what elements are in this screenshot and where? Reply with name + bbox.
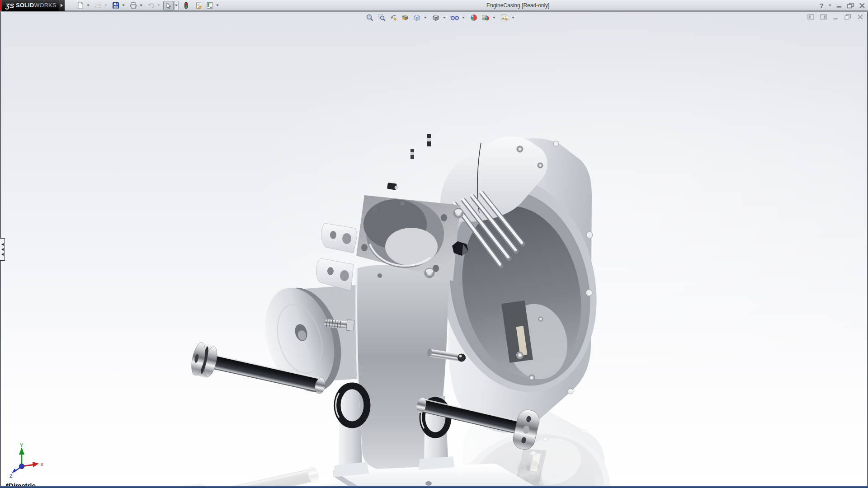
select-arrow-icon: [165, 2, 172, 9]
view-orientation-icon: [413, 14, 421, 22]
save-button[interactable]: [110, 1, 121, 10]
undo-button[interactable]: [146, 1, 156, 10]
apply-scene-icon: [481, 14, 490, 22]
featuremanager-flyout-tab[interactable]: [0, 238, 5, 261]
display-style-icon: [432, 14, 440, 22]
undo-icon: [147, 2, 155, 9]
solidworks-logo-bold: SOLID: [16, 2, 34, 9]
status-bar-edge: [0, 486, 868, 488]
chevron-right-icon: [61, 4, 63, 7]
select-tool-dropdown[interactable]: [174, 1, 179, 10]
hide-show-items-glasses-icon: [450, 14, 459, 22]
section-view-button[interactable]: [400, 13, 410, 23]
print-icon: [130, 2, 137, 9]
solidworks-logo-mark: ƷS: [5, 2, 14, 9]
view-orientation-dropdown[interactable]: [423, 13, 428, 23]
document-window-controls: [807, 14, 863, 20]
apply-scene-dropdown[interactable]: [492, 13, 496, 23]
heads-up-view-toolbar: [364, 13, 517, 23]
apply-scene-button[interactable]: [480, 13, 491, 23]
open-button[interactable]: [93, 1, 103, 10]
help-dropdown[interactable]: [829, 5, 831, 6]
collapse-arrow-icon: [1, 248, 4, 251]
previous-view-button[interactable]: [388, 13, 398, 23]
doc-close-button[interactable]: [857, 14, 863, 20]
zoom-to-area-icon: [377, 14, 386, 22]
view-settings-button[interactable]: [499, 13, 509, 23]
view-orientation-button[interactable]: [411, 13, 422, 23]
triad-z-label: Z: [9, 473, 13, 478]
minimize-button[interactable]: [836, 3, 842, 8]
toggle-right-pane-icon[interactable]: [820, 14, 827, 20]
open-folder-icon: [94, 2, 102, 9]
open-dropdown[interactable]: [104, 1, 108, 10]
collapse-arrow-icon: [1, 243, 4, 246]
doc-minimize-button[interactable]: [833, 14, 839, 20]
menu-expand-chevron[interactable]: [59, 0, 65, 11]
solidworks-logo[interactable]: ƷS SOLIDWORKS: [2, 0, 59, 11]
doc-restore-button[interactable]: [844, 14, 851, 20]
new-document-icon: [77, 2, 84, 9]
view-settings-icon: [500, 14, 509, 22]
zoom-to-fit-button[interactable]: [364, 13, 375, 23]
titlebar-controls: ?: [820, 0, 865, 11]
save-dropdown[interactable]: [121, 1, 126, 10]
help-icon[interactable]: ?: [820, 2, 824, 9]
options-dropdown[interactable]: [215, 1, 220, 10]
restore-button[interactable]: [847, 3, 854, 9]
hide-show-items-dropdown[interactable]: [461, 13, 466, 23]
view-settings-dropdown[interactable]: [511, 13, 515, 23]
edit-appearance-button[interactable]: [468, 13, 479, 23]
previous-view-icon: [389, 14, 397, 22]
print-button[interactable]: [128, 1, 138, 10]
display-style-dropdown[interactable]: [442, 13, 447, 23]
rebuild-traffic-light-icon: [183, 2, 189, 9]
titlebar: ƷS SOLIDWORKS: [0, 0, 868, 11]
solidworks-logo-light: WORKS: [34, 2, 56, 9]
standard-toolbar: [75, 0, 222, 11]
options-checklist-icon: [206, 2, 213, 9]
document-title: EngineCasing [Read-only]: [486, 0, 549, 11]
graphics-area[interactable]: Z Y X *Dimetric: [0, 11, 868, 488]
engine-casing-model[interactable]: [0, 11, 868, 488]
options-button[interactable]: [204, 1, 215, 10]
toggle-left-pane-icon[interactable]: [807, 14, 814, 20]
display-style-button[interactable]: [430, 13, 441, 23]
zoom-to-area-button[interactable]: [376, 13, 387, 23]
section-view-icon: [401, 14, 409, 22]
zoom-to-fit-icon: [366, 14, 374, 22]
orientation-triad: Z Y X: [6, 443, 44, 478]
edit-appearance-sphere-icon: [470, 14, 478, 22]
undo-dropdown[interactable]: [156, 1, 161, 10]
new-document-button[interactable]: [75, 1, 85, 10]
triad-x-label: X: [40, 462, 44, 467]
file-properties-icon: [195, 2, 203, 9]
file-properties-button[interactable]: [193, 1, 204, 10]
collapse-arrow-icon: [1, 253, 4, 256]
triad-y-label: Y: [20, 443, 24, 448]
rebuild-button[interactable]: [181, 1, 191, 10]
save-floppy-icon: [112, 2, 119, 9]
close-button[interactable]: [859, 3, 865, 9]
hide-show-items-button[interactable]: [449, 13, 460, 23]
print-dropdown[interactable]: [139, 1, 143, 10]
viewport-frame-top: [0, 11, 868, 12]
select-tool-button[interactable]: [163, 1, 174, 10]
new-document-dropdown[interactable]: [86, 1, 90, 10]
